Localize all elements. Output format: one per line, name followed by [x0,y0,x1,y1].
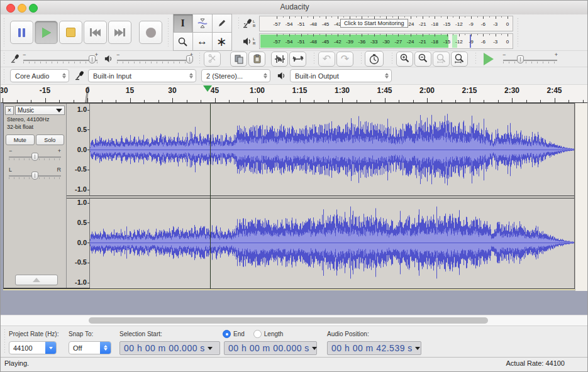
track-close-button[interactable]: × [5,106,14,115]
timeline-tick [399,100,399,102]
trim-audio-button[interactable] [271,52,288,67]
skip-to-end-button[interactable] [108,21,131,44]
play-button[interactable] [35,21,58,44]
output-volume-thumb[interactable] [186,55,193,63]
zoom-toolbar-grip[interactable] [390,53,394,65]
playback-speed-slider[interactable]: − + [503,54,557,64]
input-volume-mic-icon [10,53,19,64]
record-meter-source[interactable]: LR [235,18,259,30]
timeline-label: 30 [168,86,176,95]
audio-host-select[interactable]: Core Audio [10,69,69,82]
timeline-tick [87,98,88,102]
device-toolbar-grip[interactable] [2,69,6,83]
radio-end-dot-icon[interactable] [223,330,231,338]
track-gain-slider[interactable]: − + [9,149,61,164]
draw-tool-button[interactable] [212,14,232,33]
meter-tick [277,34,277,36]
playspeed-toolbar-grip[interactable] [474,53,478,65]
radio-length[interactable]: Length [253,330,284,338]
selection-tool-button[interactable]: I [173,14,193,33]
horizontal-scrollbar[interactable] [1,315,588,326]
output-volume-slider[interactable]: − + [117,54,192,64]
tools-toolbar-grip[interactable] [166,18,170,47]
meter-tick-minor [429,16,430,18]
playback-device-select[interactable]: Built-in Output [290,69,392,82]
redo-button[interactable]: ↷ [336,52,353,67]
fit-selection-button[interactable] [433,52,450,67]
track-pan-thumb[interactable] [31,172,38,180]
meter-toolbar-grip[interactable] [236,18,241,30]
timer-toolbar-grip[interactable] [359,53,363,65]
radio-end[interactable]: End [223,330,245,338]
selection-start-field[interactable]: 00 h 00 m 00.000 s [119,341,220,355]
waveform-area[interactable] [90,104,574,288]
input-volume-thumb[interactable] [89,55,96,63]
copy-button[interactable] [230,52,247,67]
meter-toolbar-end-grip[interactable] [516,18,520,47]
timer-record-button[interactable] [365,51,384,67]
multi-tool-button[interactable]: ∗ [212,32,232,51]
timeline-ruler[interactable]: -30-1501530451:001:151:301:452:002:152:3… [1,85,588,103]
paste-button[interactable] [248,52,265,67]
mute-button[interactable]: Mute [6,134,35,145]
meter-tick-minor [356,16,357,18]
stop-button[interactable] [59,21,82,44]
vertical-scrollbar-track[interactable] [575,103,588,291]
silence-audio-button[interactable] [289,52,306,67]
empty-project-area[interactable] [1,291,588,315]
time-format-dropdown-icon[interactable] [208,347,213,350]
undo-button[interactable]: ↶ [318,52,335,67]
edit-toolbar-grip[interactable] [197,53,202,65]
meter-tick [338,34,338,36]
radio-length-dot-icon[interactable] [253,330,262,338]
solo-button[interactable]: Solo [36,134,65,145]
time-shift-tool-button[interactable]: ↔ [192,32,213,51]
envelope-icon [197,18,208,29]
undo-icon: ↶ [323,54,331,64]
zoom-out-button[interactable] [414,52,431,67]
input-volume-slider[interactable]: − + [23,54,97,64]
transport-toolbar-grip[interactable] [2,18,6,47]
snap-to-select[interactable]: Off [69,341,111,354]
skip-to-start-button[interactable] [84,21,107,44]
meter-scale-label: -12 [455,21,463,26]
playback-meter[interactable]: -57-54-51-48-45-42-39-36-33-30-27-24-21-… [259,33,513,49]
audio-position-field[interactable]: 00 h 00 m 42.539 s [327,341,421,355]
track-collapse-button[interactable] [15,275,58,285]
pause-button[interactable] [10,21,33,44]
time-format-dropdown-icon[interactable] [312,347,317,350]
fit-project-button[interactable] [451,52,468,67]
cut-button[interactable] [204,52,221,67]
zoom-tool-button[interactable] [173,32,193,51]
vertical-ruler-value: -0.5 [67,259,89,266]
meter-scale-label: -39 [346,38,353,44]
playback-speed-thumb[interactable] [517,55,524,63]
undo-toolbar-grip[interactable] [312,53,316,65]
track-gain-thumb[interactable] [31,153,38,161]
slider-min-label: − [23,52,26,58]
meter-scale-label: -24 [407,38,414,44]
record-button[interactable] [139,21,162,44]
track-pan-slider[interactable]: L R [9,168,61,183]
playback-meter-source[interactable]: LR [235,35,259,48]
selection-toolbar-grip[interactable] [3,329,7,354]
recording-channels-select[interactable]: 2 (Stereo)... [201,69,270,82]
meter-scale-label: -3 [493,38,497,44]
recording-meter[interactable]: Click to Start Monitoring -57-54-51-48-4… [259,16,513,31]
envelope-tool-button[interactable] [192,14,213,33]
meter-tick [435,16,435,19]
timeline-label: 2:45 [546,86,562,95]
timeline-tick [272,100,272,102]
timeline-label: 1:45 [377,86,392,95]
selection-end-field[interactable]: 00 h 00 m 00.000 s [224,341,317,355]
play-at-speed-button[interactable] [479,51,498,67]
meter-tick [471,34,472,36]
mixer-toolbar-grip[interactable] [2,53,6,65]
time-format-dropdown-icon[interactable] [415,347,420,350]
horizontal-scrollbar-thumb[interactable] [89,317,488,324]
project-rate-select[interactable]: 44100 [9,341,57,354]
start-monitoring-button[interactable]: Click to Start Monitoring [340,19,408,28]
track-name-menu[interactable]: Music [15,106,65,115]
zoom-in-button[interactable] [396,52,413,67]
recording-device-select[interactable]: Built-in Input [88,69,196,82]
